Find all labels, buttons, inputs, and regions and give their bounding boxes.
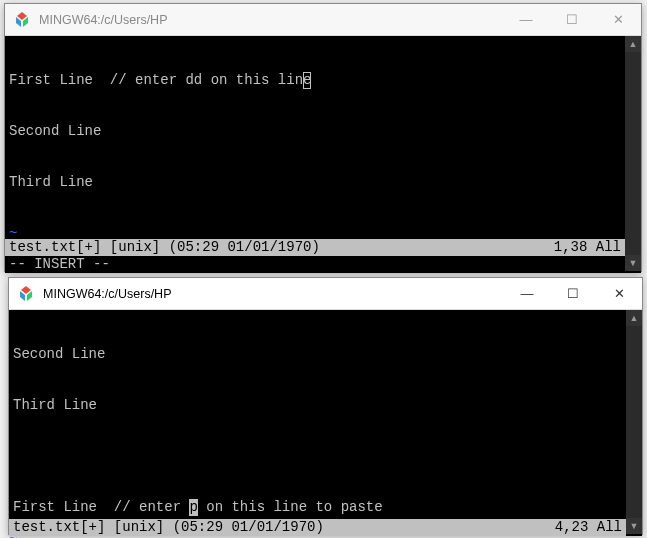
- terminal-window-2: MINGW64:/c/Users/HP — ☐ ✕ Second Line Th…: [8, 277, 643, 535]
- text-line: Second Line: [9, 123, 637, 140]
- scroll-up-icon[interactable]: ▲: [625, 36, 641, 52]
- maximize-button[interactable]: ☐: [550, 278, 596, 309]
- mintty-icon: [17, 285, 35, 303]
- minimize-button[interactable]: —: [503, 4, 549, 35]
- titlebar[interactable]: MINGW64:/c/Users/HP — ☐ ✕: [9, 278, 642, 310]
- cursor-position: 4,23 All: [555, 519, 622, 536]
- close-button[interactable]: ✕: [595, 4, 641, 35]
- terminal-area[interactable]: First Line // enter dd on this line Seco…: [5, 36, 641, 273]
- text-line: Third Line: [13, 397, 638, 414]
- file-flags: [+] [unix] (05:29 01/01/1970): [80, 519, 324, 535]
- window-title: MINGW64:/c/Users/HP: [39, 13, 503, 27]
- terminal-window-1: MINGW64:/c/Users/HP — ☐ ✕ First Line // …: [4, 3, 642, 272]
- file-flags: [+] [unix] (05:29 01/01/1970): [76, 239, 320, 255]
- status-line: test.txt[+] [unix] (05:29 01/01/1970) 1,…: [5, 239, 625, 256]
- terminal-area[interactable]: Second Line Third Line First Line // ent…: [9, 310, 642, 536]
- scroll-up-icon[interactable]: ▲: [626, 310, 642, 326]
- cursor: e: [303, 72, 311, 89]
- minimize-button[interactable]: —: [504, 278, 550, 309]
- text-line: Third Line: [9, 174, 637, 191]
- window-title: MINGW64:/c/Users/HP: [43, 287, 504, 301]
- maximize-button[interactable]: ☐: [549, 4, 595, 35]
- terminal-content: Second Line Third Line First Line // ent…: [9, 310, 642, 538]
- scrollbar[interactable]: ▲ ▼: [626, 310, 642, 534]
- cursor: p: [189, 499, 197, 516]
- blank-line: [13, 448, 638, 465]
- window-controls: — ☐ ✕: [504, 278, 642, 309]
- status-area: test.txt[+] [unix] (05:29 01/01/1970) 1,…: [5, 239, 625, 273]
- text-line: Second Line: [13, 346, 638, 363]
- scroll-down-icon[interactable]: ▼: [625, 255, 641, 271]
- scrollbar[interactable]: ▲ ▼: [625, 36, 641, 271]
- file-name: test.txt: [9, 239, 76, 255]
- status-area: test.txt[+] [unix] (05:29 01/01/1970) 4,…: [9, 519, 626, 536]
- file-name: test.txt: [13, 519, 80, 535]
- window-controls: — ☐ ✕: [503, 4, 641, 35]
- text-line: First Line // enter dd on this line: [9, 72, 637, 89]
- mintty-icon: [13, 11, 31, 29]
- cursor-position: 1,38 All: [554, 239, 621, 256]
- text-line: First Line // enter p on this line to pa…: [13, 499, 638, 516]
- titlebar[interactable]: MINGW64:/c/Users/HP — ☐ ✕: [5, 4, 641, 36]
- close-button[interactable]: ✕: [596, 278, 642, 309]
- mode-line: -- INSERT --: [5, 256, 625, 273]
- scroll-down-icon[interactable]: ▼: [626, 518, 642, 534]
- status-line: test.txt[+] [unix] (05:29 01/01/1970) 4,…: [9, 519, 626, 536]
